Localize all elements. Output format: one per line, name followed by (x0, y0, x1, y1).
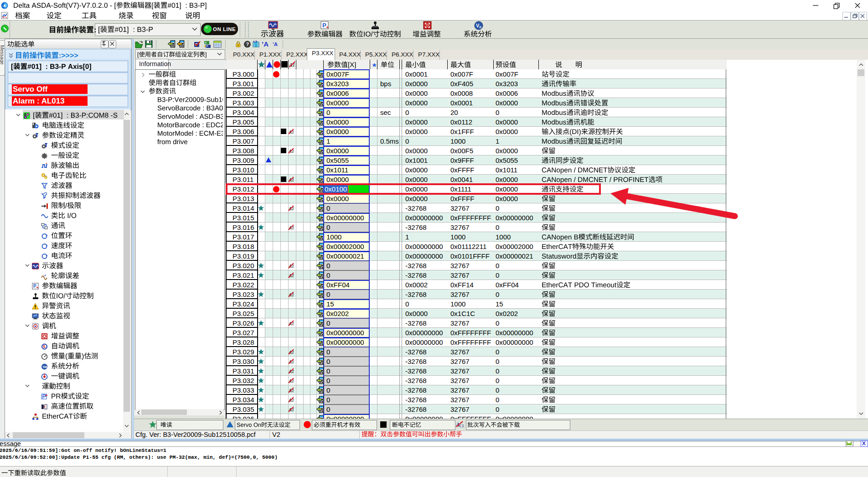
svg-text:?: ? (246, 41, 249, 47)
svg-text:P: P (33, 284, 36, 289)
svg-text:P: P (322, 22, 326, 29)
svg-text:x: x (45, 174, 46, 177)
svg-text:a: a (479, 25, 481, 29)
svg-text:P: P (205, 41, 207, 45)
svg-text:CL: CL (460, 424, 464, 428)
svg-text:Va: Va (43, 365, 47, 369)
svg-text:x: x (44, 273, 46, 277)
svg-text:P: P (206, 45, 208, 48)
